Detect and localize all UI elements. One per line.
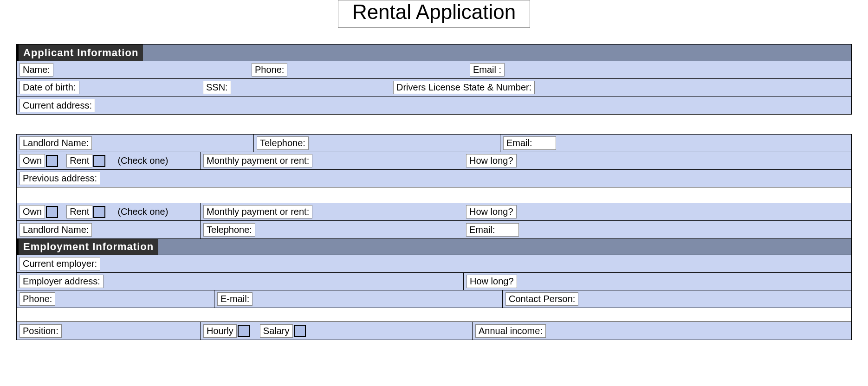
name-label: Name: — [19, 63, 53, 77]
monthly-label-2: Monthly payment or rent: — [203, 205, 312, 219]
landlord-email-label: Email: — [503, 136, 556, 150]
emp-phone-row: Phone: E-mail: Contact Person: — [17, 290, 851, 308]
landlord-name-label-2: Landlord Name: — [19, 223, 92, 237]
position-label: Position: — [19, 324, 62, 338]
applicant-row-1: Name: Phone: Email : — [17, 61, 851, 79]
position-row: Position: Hourly Salary Annual income: — [17, 322, 851, 340]
dl-label: Drivers License State & Number: — [393, 81, 535, 94]
hourly-checkbox[interactable] — [238, 325, 250, 337]
own-rent-row-1: Own Rent (Check one) Monthly payment or … — [17, 152, 851, 170]
previous-address-row: Previous address: — [17, 170, 851, 187]
applicant-row-2: Date of birth: SSN: Drivers License Stat… — [17, 79, 851, 96]
landlord-row-2: Landlord Name: Telephone: Email: — [17, 221, 851, 238]
employer-address-row: Employer address: How long? — [17, 273, 851, 290]
landlord-telephone-label: Telephone: — [257, 136, 309, 150]
current-address-label: Current address: — [19, 99, 95, 112]
hourly-label: Hourly — [203, 324, 237, 338]
landlord-name-label: Landlord Name: — [19, 136, 92, 150]
own-checkbox-1[interactable] — [46, 155, 58, 167]
contact-person-label: Contact Person: — [505, 292, 578, 306]
salary-label: Salary — [260, 324, 293, 338]
employment-header: Employment Information — [17, 238, 851, 255]
own-label-2: Own — [19, 205, 45, 219]
landlord-telephone-label-2: Telephone: — [203, 223, 255, 237]
employer-address-label: Employer address: — [19, 275, 104, 288]
applicant-row-3: Current address: — [17, 96, 851, 114]
own-rent-row-2: Own Rent (Check one) Monthly payment or … — [17, 203, 851, 221]
applicant-header-label: Applicant Information — [17, 45, 143, 61]
ssn-label: SSN: — [203, 81, 231, 94]
applicant-header: Applicant Information — [17, 45, 851, 61]
current-employer-row: Current employer: — [17, 255, 851, 273]
salary-checkbox[interactable] — [294, 325, 306, 337]
dob-label: Date of birth: — [19, 81, 79, 94]
emp-phone-label: Phone: — [19, 292, 55, 306]
rent-checkbox-2[interactable] — [93, 206, 105, 218]
annual-income-label: Annual income: — [475, 324, 546, 338]
monthly-label-1: Monthly payment or rent: — [203, 154, 312, 167]
page-title: Rental Application — [338, 0, 530, 28]
check-one-1: (Check one) — [117, 155, 168, 166]
emp-howlong-label: How long? — [466, 275, 517, 288]
rent-label-1: Rent — [66, 154, 92, 167]
spacer-row-2 — [17, 308, 851, 322]
residence-section: Landlord Name: Telephone: Email: Own Ren… — [16, 134, 852, 340]
howlong-label-1: How long? — [466, 154, 517, 167]
applicant-section: Applicant Information Name: Phone: Email… — [16, 44, 852, 115]
howlong-label-2: How long? — [466, 205, 517, 219]
landlord-email-label-2: Email: — [466, 223, 519, 237]
email-label: Email : — [470, 63, 505, 77]
previous-address-label: Previous address: — [19, 172, 100, 185]
employment-header-label: Employment Information — [17, 239, 158, 255]
emp-email-label: E-mail: — [217, 292, 253, 306]
spacer-row — [17, 187, 851, 203]
phone-label: Phone: — [252, 63, 287, 77]
own-checkbox-2[interactable] — [46, 206, 58, 218]
current-employer-label: Current employer: — [19, 257, 100, 270]
rent-label-2: Rent — [66, 205, 92, 219]
check-one-2: (Check one) — [117, 206, 168, 217]
own-label-1: Own — [19, 154, 45, 167]
landlord-row-1: Landlord Name: Telephone: Email: — [17, 135, 851, 152]
rent-checkbox-1[interactable] — [93, 155, 105, 167]
